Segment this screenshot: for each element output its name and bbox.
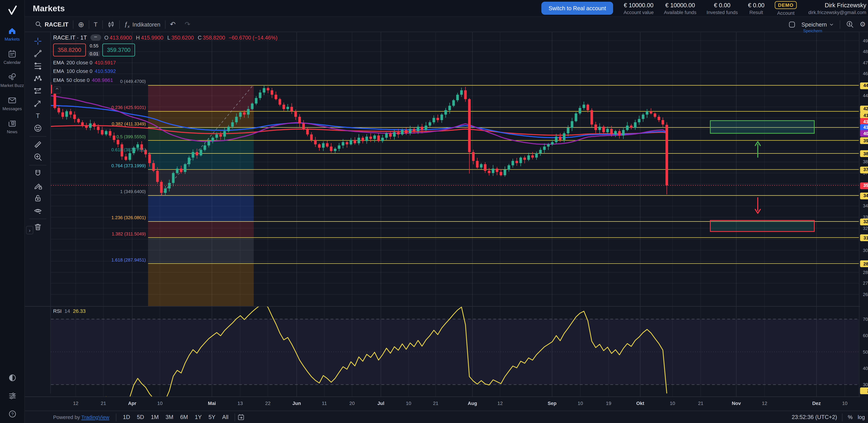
pattern-icon[interactable]: [29, 72, 46, 85]
user-name: Dirk Friczewsky: [825, 1, 866, 8]
scale-button-%[interactable]: %: [848, 414, 853, 420]
sliders-icon[interactable]: [8, 391, 17, 400]
metric-invested-funds: € 0.00Invested funds: [707, 1, 738, 15]
range-button-5d[interactable]: 5D: [134, 413, 147, 421]
bid-ask-widget[interactable]: 358.8200 0.55 0.01 359.3700: [53, 43, 278, 57]
time-tick-21: 21: [698, 400, 704, 406]
pane-separator[interactable]: [25, 306, 860, 306]
session-clock[interactable]: 23:52:36 (UTC+2): [792, 414, 837, 420]
price-badge-287.9451: 287.9451: [860, 260, 868, 267]
undo-icon[interactable]: ↶: [165, 20, 180, 28]
ema-legend-row[interactable]: EMA50 close 0408.9861: [53, 77, 278, 83]
sidebar-item-market-buzz[interactable]: Market Buzz: [0, 69, 25, 92]
crosshair-icon[interactable]: [29, 35, 46, 47]
indicators-button[interactable]: ƒx Indikatoren: [120, 20, 165, 28]
fib-retracement: [148, 85, 859, 306]
broker-logo-icon[interactable]: [6, 4, 19, 17]
svg-text:T: T: [36, 112, 39, 119]
powered-by: Powered by TradingView: [25, 414, 116, 420]
magnet-icon[interactable]: [29, 167, 46, 180]
ema-legend-row[interactable]: EMA100 close 0410.5392: [53, 68, 278, 74]
legend-change: −60.6700 (−14.46%): [229, 35, 278, 41]
chart-type-candles-icon[interactable]: [102, 21, 119, 28]
text-interval-button[interactable]: T: [89, 21, 102, 28]
projection-icon[interactable]: [29, 85, 46, 97]
range-button-1m[interactable]: 1M: [148, 413, 162, 421]
range-button-1y[interactable]: 1Y: [192, 413, 205, 421]
range-button-6m[interactable]: 6M: [177, 413, 191, 421]
chart-area[interactable]: RACE.IT · 1T − O413.6900H415.9900L350.62…: [51, 32, 859, 397]
price-axis-label: 470.0000: [860, 60, 868, 65]
zoom-in-icon[interactable]: [29, 151, 46, 163]
symbol-search[interactable]: RACE.IT: [31, 21, 73, 28]
price-axis-label: 440.0000: [860, 93, 868, 98]
bubbles-icon: [7, 72, 17, 82]
arrow-icon[interactable]: [29, 97, 46, 110]
user-info[interactable]: Dirk Friczewsky dirk.friczewsky@gmail.co…: [808, 1, 866, 15]
ema-200-line: [51, 126, 667, 135]
chart-legend: RACE.IT · 1T − O413.6900H415.9900L350.62…: [53, 35, 278, 94]
redo-icon[interactable]: ↷: [180, 20, 195, 28]
range-button-1d[interactable]: 1D: [120, 413, 133, 421]
range-button-5y[interactable]: 5Y: [206, 413, 218, 421]
price-axis-label: 380.0000: [860, 159, 868, 164]
account-metrics: € 10000.00Account value€ 10000.00Availab…: [624, 1, 765, 15]
time-tick-Nov: Nov: [732, 400, 741, 406]
fib-retracement-icon[interactable]: [29, 60, 46, 72]
range-button-3m[interactable]: 3M: [163, 413, 176, 421]
legend-collapse-pill[interactable]: −: [90, 35, 101, 41]
help-icon[interactable]: ?: [8, 410, 17, 419]
sidebar-item-messages[interactable]: Messages: [0, 92, 25, 115]
tradingview-link[interactable]: TradingView: [81, 414, 109, 420]
text-icon[interactable]: T: [29, 109, 46, 122]
legend-symbol[interactable]: RACE.IT · 1T: [53, 35, 87, 41]
ask-button[interactable]: 359.3700: [102, 43, 135, 57]
bid-button[interactable]: 358.8200: [53, 43, 86, 57]
time-tick-Jun: Jun: [292, 400, 301, 406]
sidebar-item-news[interactable]: News: [0, 115, 25, 138]
eye-icon[interactable]: [29, 204, 46, 217]
rsi-legend[interactable]: RSI 14 26.33: [53, 308, 86, 314]
save-button[interactable]: Speichern Speichern: [801, 21, 834, 27]
rsi-pane: [51, 306, 859, 396]
quick-search-icon[interactable]: [846, 20, 854, 28]
page-title: Markets: [33, 3, 65, 13]
fib-level-label: 1.382 (311.5049): [112, 231, 146, 236]
sidebar-footer: ?: [8, 373, 17, 423]
axis-separator: [25, 396, 860, 397]
price-badge-373.1999: 373.1999: [860, 166, 868, 173]
price-axis-label: 460.0000: [860, 71, 868, 76]
price-badge-387.7751: 387.7751: [860, 150, 868, 157]
price-badge-410.5917: 410.5917: [860, 118, 868, 125]
top-bar: Markets Switch to Real account € 10000.0…: [25, 0, 868, 17]
settings-gear-icon[interactable]: ⚙: [860, 20, 866, 28]
compare-add-icon[interactable]: ⊕: [73, 20, 89, 29]
time-tick-10: 10: [406, 400, 411, 406]
range-button-all[interactable]: All: [219, 413, 231, 421]
trendline-icon[interactable]: [29, 47, 46, 60]
metric-value: € 10000.00: [665, 1, 695, 8]
time-tick-Okt: Okt: [636, 400, 644, 406]
time-tick-Sep: Sep: [548, 400, 557, 406]
legend-collapse-button[interactable]: ^: [53, 86, 61, 93]
draw-lock-icon[interactable]: [29, 180, 46, 192]
price-axis[interactable]: 490.0000480.0000470.0000460.0000440.0000…: [859, 32, 868, 397]
range-buttons: 1D5D1M3M6M1Y5YAll: [117, 413, 235, 421]
lock-icon[interactable]: [29, 192, 46, 204]
metric-label: Account value: [624, 9, 654, 15]
expand-panel-handle[interactable]: ›: [26, 226, 33, 234]
sidebar-item-markets[interactable]: Markets: [0, 23, 25, 45]
ema-legend-row[interactable]: EMA200 close 0410.5917: [53, 60, 278, 65]
time-axis[interactable]: 1221Apr10Mai1322Jun1120Jul1021Aug12Sep10…: [51, 396, 868, 411]
theme-icon[interactable]: [8, 373, 17, 382]
ohlc-key: O: [104, 35, 108, 41]
ruler-icon[interactable]: [29, 138, 46, 151]
scale-button-log[interactable]: log: [858, 414, 865, 420]
price-badge-311.5049: 311.5049: [860, 234, 868, 241]
layout-checkbox-icon[interactable]: [788, 21, 796, 28]
sidebar-item-label: Calendar: [3, 60, 21, 65]
emoji-icon[interactable]: [29, 122, 46, 134]
switch-to-real-account-button[interactable]: Switch to Real account: [541, 2, 614, 15]
sidebar-item-calendar[interactable]: Calendar: [0, 46, 25, 69]
go-to-date-icon[interactable]: [238, 414, 245, 421]
